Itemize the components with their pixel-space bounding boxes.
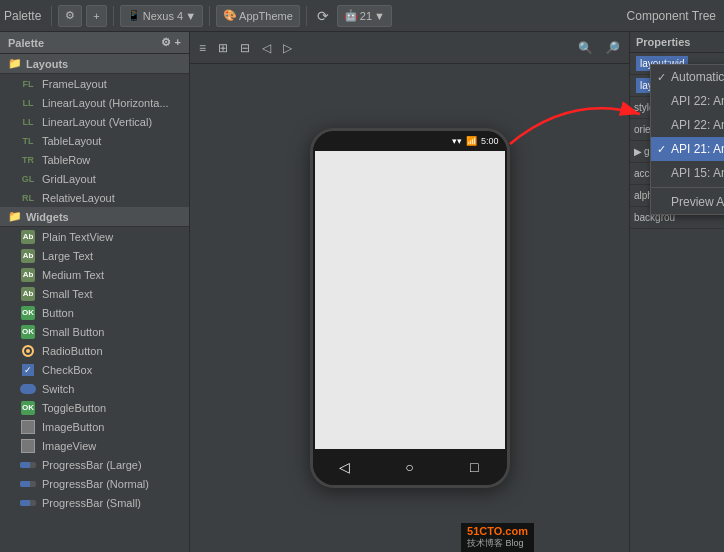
zoom-out-btn[interactable]: 🔎 [600, 37, 625, 59]
dropdown-item-api21[interactable]: API 21: Android 5.0.1 [651, 137, 724, 161]
device-icon: 📱 [127, 9, 141, 22]
item-label: RelativeLayout [42, 192, 115, 204]
list-item[interactable]: ProgressBar (Small) [0, 493, 189, 512]
item-label: LinearLayout (Vertical) [42, 116, 152, 128]
phone-status-bar: ▾▾ 📶 5:00 [313, 131, 507, 151]
list-item[interactable]: OK ToggleButton [0, 398, 189, 417]
arrow-left-btn[interactable]: ◁ [257, 37, 276, 59]
palette-header-icons: ⚙ + [161, 36, 181, 49]
small-button-icon: OK [20, 324, 36, 340]
item-label: TableRow [42, 154, 90, 166]
palette-settings-icon[interactable]: ⚙ [161, 36, 171, 49]
dropdown-item-api15[interactable]: API 15: Android 4.0.3 [651, 161, 724, 185]
list-item[interactable]: TL TableLayout [0, 131, 189, 150]
list-item[interactable]: TR TableRow [0, 150, 189, 169]
arrow-right-btn[interactable]: ▷ [278, 37, 297, 59]
item-label: LinearLayout (Horizonta... [42, 97, 169, 109]
item-label: CheckBox [42, 364, 92, 376]
item-label: Button [42, 307, 74, 319]
separator-3 [209, 6, 210, 26]
item-label: ProgressBar (Small) [42, 497, 141, 509]
list-item[interactable]: Ab Medium Text [0, 265, 189, 284]
design-canvas: ▾▾ 📶 5:00 ◁ ○ □ [190, 64, 629, 552]
palette-header: Palette ⚙ + [0, 32, 189, 54]
add-btn[interactable]: + [86, 5, 106, 27]
list-item[interactable]: LL LinearLayout (Vertical) [0, 112, 189, 131]
api-selector[interactable]: 🤖 21 ▼ [337, 5, 392, 27]
dropdown-item-auto[interactable]: Automatically Pick Best [651, 65, 724, 89]
list-item[interactable]: RadioButton [0, 341, 189, 360]
list-item[interactable]: ProgressBar (Large) [0, 455, 189, 474]
widgets-folder-icon: 📁 [8, 210, 22, 223]
dropdown-item-api22[interactable]: API 22: Android 5.1.1 [651, 113, 724, 137]
dropdown-item-label: Automatically Pick Best [671, 70, 724, 84]
separator-1 [51, 6, 52, 26]
phone-mockup: ▾▾ 📶 5:00 ◁ ○ □ [310, 128, 510, 488]
item-label: ProgressBar (Normal) [42, 478, 149, 490]
relative-layout-icon: RL [20, 190, 36, 206]
image-button-icon [20, 419, 36, 435]
list-item[interactable]: OK Small Button [0, 322, 189, 341]
layouts-section-header: 📁 Layouts [0, 54, 189, 74]
list-item[interactable]: ProgressBar (Normal) [0, 474, 189, 493]
phone-wifi-icon: 📶 [466, 136, 477, 146]
back-btn[interactable]: ◁ [335, 457, 355, 477]
list-item[interactable]: ✓ CheckBox [0, 360, 189, 379]
item-label: ImageButton [42, 421, 104, 433]
list-item[interactable]: ImageButton [0, 417, 189, 436]
item-label: Small Text [42, 288, 93, 300]
item-label: ProgressBar (Large) [42, 459, 142, 471]
palette-toolbar-label: Palette [4, 9, 41, 23]
checkbox-icon: ✓ [20, 362, 36, 378]
list-item[interactable]: OK Button [0, 303, 189, 322]
design-toolbar: ≡ ⊞ ⊟ ◁ ▷ 🔍 🔎 [190, 32, 629, 64]
item-label: Medium Text [42, 269, 104, 281]
progressbar-small-icon [20, 495, 36, 511]
watermark: 51CTO.com 技术博客 Blog [461, 523, 534, 552]
list-item[interactable]: LL LinearLayout (Horizonta... [0, 93, 189, 112]
layouts-section-label: Layouts [26, 58, 68, 70]
api-icon: 🤖 [344, 9, 358, 22]
align-center-btn[interactable]: ⊞ [213, 37, 233, 59]
list-item[interactable]: Ab Plain TextView [0, 227, 189, 246]
device-dropdown-arrow: ▼ [185, 10, 196, 22]
list-item[interactable]: ImageView [0, 436, 189, 455]
align-left-btn[interactable]: ≡ [194, 37, 211, 59]
phone-screen [315, 151, 505, 449]
list-item[interactable]: GL GridLayout [0, 169, 189, 188]
item-label: RadioButton [42, 345, 103, 357]
dropdown-item-label: API 15: Android 4.0.3 [671, 166, 724, 180]
linear-layout-h-icon: LL [20, 95, 36, 111]
large-text-icon: Ab [20, 248, 36, 264]
recents-btn[interactable]: □ [464, 457, 484, 477]
grid-btn[interactable]: ⊟ [235, 37, 255, 59]
properties-header: Properties [630, 32, 724, 53]
home-btn[interactable]: ○ [399, 457, 419, 477]
item-label: ToggleButton [42, 402, 106, 414]
dropdown-item-preview[interactable]: Preview Android Versions [651, 190, 724, 214]
dropdown-item-api22m[interactable]: API 22: Android M (Preview) [651, 89, 724, 113]
theme-selector[interactable]: 🎨 AppTheme [216, 5, 300, 27]
item-label: TableLayout [42, 135, 101, 147]
orient-btn[interactable]: ⟳ [313, 6, 333, 26]
list-item[interactable]: Ab Large Text [0, 246, 189, 265]
config-btn[interactable]: ⚙ [58, 5, 82, 27]
frame-layout-icon: FL [20, 76, 36, 92]
device-selector[interactable]: 📱 Nexus 4 ▼ [120, 5, 203, 27]
api-dropdown-menu: Automatically Pick Best API 22: Android … [650, 64, 724, 215]
zoom-in-btn[interactable]: 🔍 [573, 37, 598, 59]
phone-nav-bar: ◁ ○ □ [313, 449, 507, 485]
progressbar-large-icon [20, 457, 36, 473]
plain-textview-icon: Ab [20, 229, 36, 245]
palette-add-icon[interactable]: + [175, 36, 181, 49]
dropdown-item-label: Preview Android Versions [671, 195, 724, 209]
list-item[interactable]: FL FrameLayout [0, 74, 189, 93]
widgets-section-header: 📁 Widgets [0, 207, 189, 227]
list-item[interactable]: Ab Small Text [0, 284, 189, 303]
list-item[interactable]: Switch [0, 379, 189, 398]
api-label: 21 [360, 10, 372, 22]
list-item[interactable]: RL RelativeLayout [0, 188, 189, 207]
api-dropdown-arrow: ▼ [374, 10, 385, 22]
design-canvas-area: ≡ ⊞ ⊟ ◁ ▷ 🔍 🔎 ▾▾ [190, 32, 629, 552]
separator-4 [306, 6, 307, 26]
